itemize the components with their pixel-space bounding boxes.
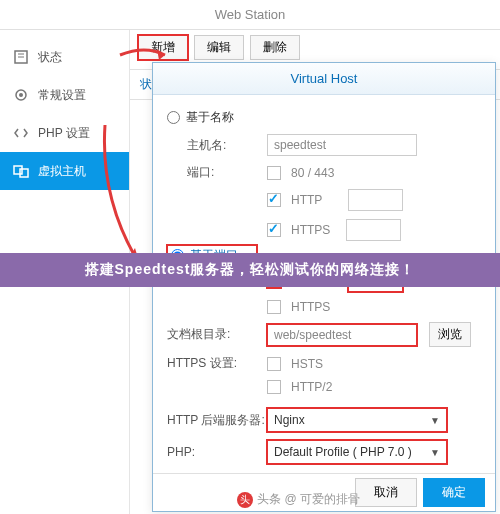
sidebar-item-label: 状态 [38, 49, 62, 66]
radio-name-based[interactable]: 基于名称 [167, 105, 481, 130]
https-checkbox[interactable] [267, 223, 281, 237]
sidebar-item-label: PHP 设置 [38, 125, 90, 142]
chevron-down-icon: ▼ [430, 415, 440, 426]
hsts-checkbox[interactable] [267, 357, 281, 371]
overlay-banner: 搭建Speedtest服务器，轻松测试你的网络连接！ [0, 253, 500, 287]
code-icon [12, 124, 30, 142]
sidebar-item-label: 常规设置 [38, 87, 86, 104]
toutiao-icon: 头 [237, 492, 253, 508]
sidebar-item-php[interactable]: PHP 设置 [0, 114, 129, 152]
sidebar-item-status[interactable]: 状态 [0, 38, 129, 76]
port-static: 80 / 443 [287, 166, 334, 180]
php-value: Default Profile ( PHP 7.0 ) [274, 445, 412, 459]
vhost-icon [12, 162, 30, 180]
svg-point-4 [19, 93, 23, 97]
port-label: 端口: [167, 164, 267, 181]
php-select[interactable]: Default Profile ( PHP 7.0 )▼ [267, 440, 447, 464]
toolbar: 新增 编辑 删除 [130, 30, 500, 65]
http2-label: HTTP/2 [291, 380, 332, 394]
svg-rect-6 [20, 169, 28, 177]
radio-name-input[interactable] [167, 111, 180, 124]
https-label2: HTTPS [291, 300, 330, 314]
https-label: HTTPS [291, 223, 330, 237]
docroot-input[interactable] [267, 324, 417, 346]
http2-checkbox[interactable] [267, 380, 281, 394]
https-port-input[interactable] [346, 219, 401, 241]
php-label: PHP: [167, 445, 267, 459]
watermark-text: 头条 @ 可爱的排骨 [257, 491, 360, 508]
ok-button[interactable]: 确定 [423, 478, 485, 507]
backend-label: HTTP 后端服务器: [167, 412, 267, 429]
sidebar-item-general[interactable]: 常规设置 [0, 76, 129, 114]
browse-button[interactable]: 浏览 [429, 322, 471, 347]
svg-rect-5 [14, 166, 22, 174]
backend-select[interactable]: Nginx▼ [267, 408, 447, 432]
port-default-checkbox[interactable] [267, 166, 281, 180]
dialog-title: Virtual Host [153, 63, 495, 95]
http-checkbox[interactable] [267, 193, 281, 207]
cancel-button[interactable]: 取消 [355, 478, 417, 507]
edit-button[interactable]: 编辑 [194, 35, 244, 60]
add-button[interactable]: 新增 [138, 35, 188, 60]
status-icon [12, 48, 30, 66]
backend-value: Nginx [274, 413, 305, 427]
chevron-down-icon: ▼ [430, 447, 440, 458]
host-label: 主机名: [167, 137, 267, 154]
app-title: Web Station [0, 0, 500, 30]
http-label: HTTP [291, 193, 322, 207]
sidebar-item-label: 虚拟主机 [38, 163, 86, 180]
https-port-checkbox[interactable] [267, 300, 281, 314]
watermark: 头 头条 @ 可爱的排骨 [237, 491, 360, 508]
sidebar-item-virtualhost[interactable]: 虚拟主机 [0, 152, 129, 190]
radio-name-label: 基于名称 [186, 109, 234, 126]
delete-button[interactable]: 删除 [250, 35, 300, 60]
virtual-host-dialog: Virtual Host 基于名称 主机名: 端口: 80 / 443 HTTP… [152, 62, 496, 512]
host-input[interactable] [267, 134, 417, 156]
https-setting-label: HTTPS 设置: [167, 355, 267, 372]
docroot-label: 文档根目录: [167, 326, 267, 343]
gear-icon [12, 86, 30, 104]
http-port-input[interactable] [348, 189, 403, 211]
hsts-label: HSTS [291, 357, 323, 371]
